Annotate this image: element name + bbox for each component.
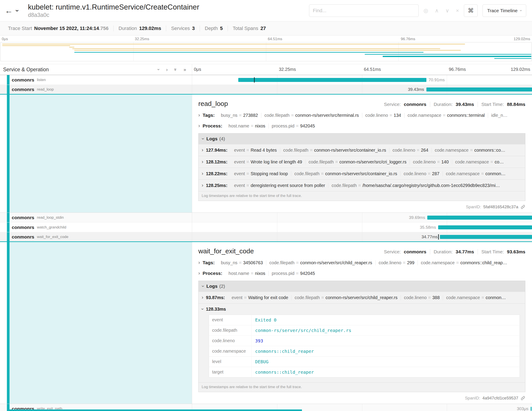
span-name-cell[interactable]: conmonrs listen xyxy=(0,75,192,85)
trace-summary-bar: Trace Start November 15 2022, 11:24:14 .… xyxy=(0,21,532,36)
minimap-span-line xyxy=(72,49,440,49)
detail-span-title: read_loop xyxy=(198,100,228,108)
tags-row[interactable]: › Tags: busy_ns=34506763 code.filepath=c… xyxy=(198,260,525,265)
span-bar[interactable] xyxy=(438,225,532,229)
process-row[interactable]: › Process: host.name=nixos process.pid=9… xyxy=(198,270,525,276)
expand-all-icon[interactable]: » xyxy=(183,67,186,72)
span-id-label: SpanID: xyxy=(466,205,481,209)
detail-meta-label: Duration: xyxy=(434,102,453,107)
clear-search-icon[interactable]: × xyxy=(456,8,459,14)
span-timeline-cell: 35.58ms xyxy=(192,223,532,232)
process-value: nixos xyxy=(255,123,265,128)
span-row-read-loop-stdin: conmonrs read_loop_stdin 39.69ms xyxy=(0,213,532,223)
chevron-down-icon: › xyxy=(202,136,204,142)
log-field-value: conmon… xyxy=(485,171,506,176)
span-row-read-loop: conmonrs read_loop 39.43ms xyxy=(0,85,532,95)
operation-name: read_loop xyxy=(37,87,54,92)
span-name-cell[interactable]: conmonrs read_loop xyxy=(0,85,192,94)
span-name-cell[interactable]: conmonrs read_loop_stdin xyxy=(0,213,192,222)
log-field-chip: event=deregistering event source from po… xyxy=(231,183,328,188)
equals-sign: = xyxy=(390,113,392,118)
log-marker xyxy=(438,234,439,240)
process-value: 942045 xyxy=(300,123,315,128)
link-icon[interactable] xyxy=(521,205,525,209)
log-marker xyxy=(254,77,255,83)
span-bar[interactable] xyxy=(440,235,532,239)
trace-page: ← › kubelet: runtime.v1.RuntimeService/C… xyxy=(0,0,532,411)
detail-meta-item: Start Time: 88.84ms xyxy=(478,102,525,107)
process-row[interactable]: › Process: host.name=nixos process.pid=9… xyxy=(198,123,525,129)
tag-value: 299 xyxy=(407,260,414,265)
summary-value-suffix: .756 xyxy=(99,26,108,31)
tag-chip: idle_n… xyxy=(488,113,511,118)
chevron-right-icon: › xyxy=(202,295,203,300)
log-expanded-header[interactable]: › 128.33ms xyxy=(202,306,522,312)
table-key: event xyxy=(209,315,252,325)
span-row-wait-for-exit-code: conmonrs wait_for_exit_code 34.77ms xyxy=(0,232,532,242)
detail-left-fill xyxy=(7,95,192,213)
span-id-row: SpanID: 4a947cfd1ce59537 xyxy=(198,396,525,401)
detail-meta-value: 93.63ms xyxy=(507,249,525,254)
log-field-key: code.lineno xyxy=(404,171,426,176)
collapse-one-icon[interactable]: › xyxy=(158,67,160,72)
span-duration-label: 303μs xyxy=(517,406,528,411)
service-color-strip xyxy=(7,213,10,222)
log-entry[interactable]: › 128.12ms: event=Wrote log line of leng… xyxy=(199,156,525,168)
tag-chip: code.lineno=299 xyxy=(375,260,418,265)
timeline-tick-label: 0μs xyxy=(194,67,201,72)
log-field-chip: event=Waiting for exit code xyxy=(228,295,291,300)
log-field-value: conmon-rs/server/src/container_io.rs xyxy=(314,148,386,153)
log-field-value: conmon-rs/server/src/container_io.rs xyxy=(325,171,397,176)
collapse-all-icon[interactable]: » xyxy=(174,67,177,72)
logs-section: › Logs (4) › 127.94ms: event=Read 4 byte… xyxy=(198,133,525,201)
span-bar[interactable] xyxy=(531,407,532,411)
log-entry[interactable]: › 127.94ms: event=Read 4 bytes code.file… xyxy=(199,144,525,156)
equals-sign: = xyxy=(428,295,431,300)
page-title: kubelet: runtime.v1.RuntimeService/Creat… xyxy=(28,3,199,11)
chevron-right-icon: › xyxy=(198,123,200,129)
log-field-chip: code.lineno=140 xyxy=(409,159,452,165)
link-icon[interactable] xyxy=(521,396,525,401)
logs-header[interactable]: › Logs (4) xyxy=(199,133,525,144)
logs-header[interactable]: › Logs (2) xyxy=(199,281,525,292)
find-input[interactable] xyxy=(309,4,419,17)
minimap-tick-label: 96.76ms xyxy=(401,37,415,41)
tag-key: idle_n… xyxy=(491,113,507,118)
log-entry[interactable]: › 128.25ms: event=deregistering event so… xyxy=(199,179,525,191)
log-entry[interactable]: › 93.87ms: event=Waiting for exit code c… xyxy=(199,292,525,303)
find-controls: ◎ ∧ ∨ × xyxy=(424,8,459,14)
tags-row[interactable]: › Tags: busy_ns=273882 code.filepath=con… xyxy=(198,112,525,118)
log-entry[interactable]: › 128.22ms: event=Stopping read loop cod… xyxy=(199,168,525,179)
next-result-icon[interactable]: ∨ xyxy=(445,8,449,14)
span-duration-label: 39.69ms xyxy=(409,215,425,220)
span-id-row: SpanID: 5faf48165428c37a xyxy=(198,205,525,209)
top-bar-actions: ◎ ∧ ∨ × ⌘ Trace Timeline › xyxy=(309,4,526,17)
minimap-canvas[interactable] xyxy=(0,42,532,61)
trace-view-selector-label: Trace Timeline xyxy=(487,8,518,13)
timeline-tick-label: 32.25ms xyxy=(279,67,296,72)
table-key: target xyxy=(209,367,252,377)
detail-left-column xyxy=(0,242,192,404)
span-name-cell[interactable]: conmonrs watch_grandchild xyxy=(0,223,192,232)
log-field-value: conmonrs::co… xyxy=(474,148,505,153)
span-bar[interactable] xyxy=(238,78,426,82)
focus-result-icon[interactable]: ◎ xyxy=(424,8,428,14)
chevron-down-icon: › xyxy=(519,10,523,11)
span-name-cell[interactable]: conmonrs wait_for_exit_code xyxy=(0,232,192,241)
span-id-label: SpanID: xyxy=(465,396,480,401)
span-bar[interactable] xyxy=(426,88,532,91)
collapse-trace-header-icon[interactable]: › xyxy=(16,7,27,14)
keyboard-shortcuts-button[interactable]: ⌘ xyxy=(464,4,478,17)
expand-one-icon[interactable]: › xyxy=(166,67,168,72)
log-fields: event=Waiting for exit code code.filepat… xyxy=(228,295,509,300)
span-id-value: 5faf48165428c37a xyxy=(484,205,518,209)
detail-meta-item: Service: conmonrs xyxy=(380,249,430,254)
equals-sign: = xyxy=(470,148,473,153)
tag-value: conmonrs::terminal xyxy=(447,113,485,118)
logs-title: Logs xyxy=(206,284,218,289)
trace-view-selector[interactable]: Trace Timeline › xyxy=(483,4,526,17)
span-bar[interactable] xyxy=(427,215,532,220)
previous-result-icon[interactable]: ∧ xyxy=(435,8,439,14)
tree-controls: › › » » xyxy=(158,67,186,72)
minimap-tick-label: 129.02ms xyxy=(513,37,530,41)
